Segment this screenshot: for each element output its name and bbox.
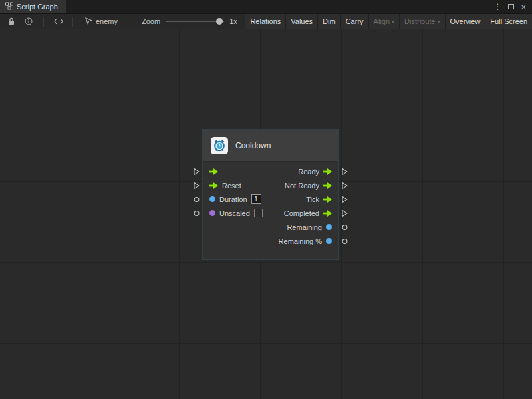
- toolbar-button-label: Carry: [346, 17, 364, 25]
- flow-port-icon[interactable]: [323, 182, 332, 189]
- script-graph-window: Script Graph ⋮ ×: [0, 0, 532, 399]
- cooldown-node[interactable]: Cooldown ReadyResetNot ReadyDuration1Tic…: [203, 130, 338, 259]
- node-port-row: Duration1Tick: [203, 192, 338, 206]
- tab-strip-empty: [66, 0, 494, 13]
- graph-toolbar: enemy Zoom 1x RelationsValuesDimCarryAli…: [0, 14, 532, 29]
- toolbar-button-label: Values: [291, 17, 313, 25]
- flow-port-connector[interactable]: [194, 168, 200, 175]
- node-port-row: UnscaledCompleted: [203, 206, 338, 220]
- node-port-row: Ready: [203, 164, 338, 178]
- window-menu-icon[interactable]: ⋮: [493, 3, 501, 11]
- graph-canvas[interactable]: Cooldown ReadyResetNot ReadyDuration1Tic…: [0, 29, 532, 399]
- flow-port-connector[interactable]: [342, 196, 348, 203]
- close-icon[interactable]: ×: [521, 3, 526, 11]
- zoom-slider-track: [166, 21, 224, 22]
- graph-name-label: enemy: [96, 17, 118, 25]
- output-port-label: Ready: [298, 168, 319, 176]
- flow-port-connector[interactable]: [342, 182, 348, 189]
- output-port-label: Remaining: [287, 223, 322, 231]
- flow-port-connector[interactable]: [194, 182, 200, 189]
- flow-port-connector[interactable]: [342, 209, 348, 217]
- toolbar-button-overview[interactable]: Overview: [445, 14, 485, 29]
- node-port-row: Remaining %: [203, 234, 338, 248]
- node-title: Cooldown: [235, 141, 271, 150]
- code-brackets-icon[interactable]: [53, 14, 64, 29]
- dropdown-arrow-icon: ▾: [392, 19, 394, 25]
- toolbar-button-carry[interactable]: Carry: [340, 14, 368, 29]
- duration-input-field[interactable]: 1: [251, 194, 261, 204]
- zoom-value: 1x: [229, 17, 237, 25]
- output-port-label: Completed: [284, 209, 319, 217]
- output-port-label: Tick: [306, 196, 319, 203]
- flow-port-icon[interactable]: [209, 182, 218, 189]
- graph-pointer-icon: [85, 17, 92, 26]
- node-body: ReadyResetNot ReadyDuration1TickUnscaled…: [203, 162, 338, 259]
- flow-port-icon[interactable]: [323, 168, 332, 175]
- input-port-label: Reset: [222, 182, 241, 190]
- tab-script-graph[interactable]: Script Graph: [0, 0, 66, 13]
- toolbar-button-label: Overview: [450, 17, 481, 25]
- toolbar-button-values[interactable]: Values: [285, 14, 317, 29]
- lock-icon[interactable]: [6, 14, 17, 29]
- zoom-slider[interactable]: [166, 17, 224, 25]
- toolbar-button-label: Distribute: [404, 17, 435, 25]
- zoom-label: Zoom: [142, 17, 160, 25]
- maximize-icon[interactable]: [508, 4, 514, 9]
- alarm-clock-icon: [211, 137, 228, 154]
- input-port-label: Unscaled: [219, 209, 250, 217]
- toolbar-button-distribute[interactable]: Distribute▾: [399, 14, 444, 29]
- value-port-icon[interactable]: [209, 210, 215, 216]
- output-port-label: Remaining %: [279, 237, 322, 245]
- info-icon[interactable]: [23, 14, 34, 29]
- output-port-label: Not Ready: [285, 182, 319, 190]
- toolbar-separator: [72, 17, 73, 27]
- node-port-row: ResetNot Ready: [203, 178, 338, 192]
- node-header[interactable]: Cooldown: [203, 130, 338, 162]
- tab-label: Script Graph: [17, 3, 58, 11]
- flow-port-icon[interactable]: [323, 210, 332, 217]
- script-graph-icon: [5, 2, 13, 11]
- value-port-connector[interactable]: [342, 238, 348, 244]
- toolbar-button-dim[interactable]: Dim: [317, 14, 340, 29]
- toolbar-button-relations[interactable]: Relations: [245, 14, 285, 29]
- value-port-icon[interactable]: [209, 196, 215, 202]
- toolbar-button-label: Relations: [250, 17, 281, 25]
- toolbar-separator: [43, 17, 44, 27]
- value-port-icon[interactable]: [326, 224, 332, 230]
- toolbar-buttons: RelationsValuesDimCarryAlign▾Distribute▾…: [245, 14, 532, 29]
- tab-strip: Script Graph ⋮ ×: [0, 0, 532, 14]
- value-port-icon[interactable]: [326, 238, 332, 244]
- toolbar-button-label: Full Screen: [490, 17, 527, 25]
- value-port-connector[interactable]: [342, 224, 348, 230]
- node-port-row: Remaining: [203, 220, 338, 234]
- toolbar-button-full-screen[interactable]: Full Screen: [485, 14, 532, 29]
- dropdown-arrow-icon: ▾: [438, 19, 440, 25]
- flow-port-icon[interactable]: [209, 168, 218, 175]
- graph-breadcrumb[interactable]: enemy: [85, 17, 118, 26]
- zoom-slider-knob[interactable]: [216, 18, 223, 25]
- toolbar-button-label: Align: [374, 17, 390, 25]
- toolbar-button-align[interactable]: Align▾: [368, 14, 399, 29]
- unscaled-checkbox[interactable]: [254, 209, 263, 217]
- flow-port-icon[interactable]: [323, 196, 332, 203]
- value-port-connector[interactable]: [194, 196, 200, 202]
- toolbar-button-label: Dim: [323, 17, 336, 25]
- value-port-connector[interactable]: [194, 210, 200, 216]
- flow-port-connector[interactable]: [342, 168, 348, 175]
- input-port-label: Duration: [219, 196, 247, 203]
